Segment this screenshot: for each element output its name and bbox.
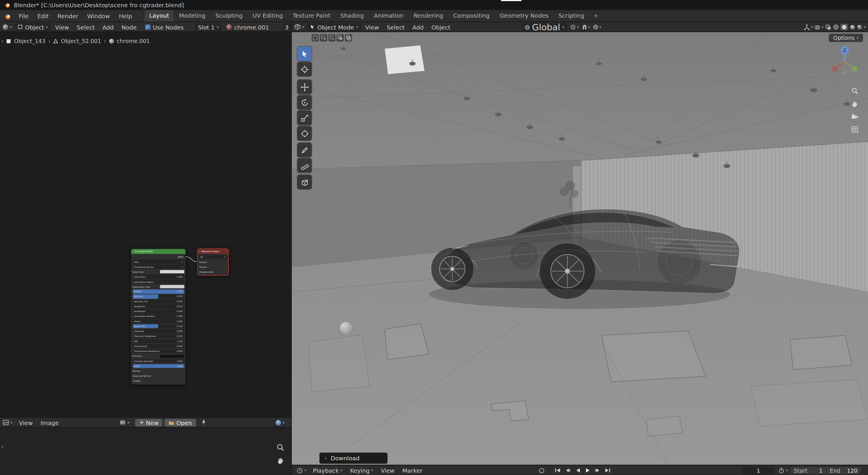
node-row-subsurface[interactable]: Subsurface0.000 [133, 275, 184, 279]
collapse-arrow-icon[interactable]: ▾ [199, 250, 200, 253]
timeline-menu-view[interactable]: View [377, 467, 399, 474]
value-socket[interactable] [130, 345, 132, 347]
node-row-specular-tint[interactable]: Specular Tint0.000 [133, 299, 184, 304]
gizmo-x-axis[interactable] [832, 66, 837, 72]
viewport-scene[interactable] [292, 32, 868, 465]
tool-annotate-button[interactable] [297, 143, 312, 157]
tab-compositing[interactable]: Compositing [448, 10, 495, 21]
surface-input-socket[interactable] [197, 261, 198, 263]
image-menu-image[interactable]: Image [37, 419, 63, 426]
auto-keying-button[interactable] [538, 466, 546, 474]
shading-wireframe-button[interactable] [833, 24, 839, 30]
base-color-swatch[interactable] [160, 270, 184, 273]
viewport-menu-object[interactable]: Object [428, 23, 454, 30]
node-row-clearcoat-roughness[interactable]: Clearcoat Roughness0.030 [133, 334, 184, 338]
pan-hand-icon[interactable] [276, 456, 285, 465]
node-row-subsurface-color[interactable]: Subsurface Color [133, 285, 184, 289]
snap-dropdown[interactable]: ▾ [582, 24, 590, 30]
subsurface-color-swatch[interactable] [160, 285, 184, 288]
node-row-metallic[interactable]: Metallic1.000 [133, 289, 184, 293]
value-socket[interactable] [130, 320, 132, 322]
principled-bsdf-node[interactable]: ▾ Principled BSDF BSDF GGX▾ Christensen-… [131, 249, 186, 385]
tab-scripting[interactable]: Scripting [554, 10, 589, 21]
jump-to-start-button[interactable] [554, 466, 562, 474]
pivot-point-dropdown[interactable]: ▾ [570, 24, 579, 30]
value-socket[interactable] [130, 306, 132, 308]
tool-add-primitive-button[interactable] [297, 175, 312, 189]
tab-rendering[interactable]: Rendering [408, 10, 448, 21]
blender-menu-icon[interactable] [0, 10, 14, 21]
subsurface-method-dropdown[interactable]: Christensen-Burley▾ [133, 265, 184, 269]
viewport-menu-view[interactable]: View [361, 23, 383, 30]
current-frame-field[interactable]: 1 [742, 467, 774, 474]
show-gizmo-dropdown[interactable]: ▾ [804, 24, 813, 30]
tool-rotate-button[interactable] [297, 95, 312, 109]
color-socket[interactable] [130, 286, 132, 287]
node-row-emission[interactable]: Emission [133, 354, 184, 358]
sidebar-toggle-arrow[interactable]: › [1, 443, 3, 450]
tab-texture-paint[interactable]: Texture Paint [288, 10, 335, 21]
value-socket[interactable] [130, 365, 132, 367]
tab-modeling[interactable]: Modeling [174, 10, 210, 21]
play-reverse-button[interactable] [574, 466, 582, 474]
distribution-dropdown[interactable]: GGX▾ [133, 260, 184, 264]
download-panel[interactable]: › Download [319, 453, 388, 464]
timeline-menu-playback[interactable]: Playback▾ [309, 467, 346, 474]
node-row-ior[interactable]: IOR1.450 [133, 339, 184, 343]
bsdf-output-socket[interactable] [184, 256, 186, 258]
node-row-clearcoat-normal[interactable]: Clearcoat Normal [133, 374, 184, 378]
material-output-header[interactable]: ▾ Material Output [198, 249, 228, 254]
tab-geometry-nodes[interactable]: Geometry Nodes [495, 10, 554, 21]
tool-select-box-button[interactable] [297, 46, 312, 61]
use-nodes-checkbox[interactable]: ✓ Use Nodes [141, 23, 188, 30]
value-socket[interactable] [130, 311, 132, 312]
select-mode-intersect-button[interactable] [345, 34, 352, 42]
zoom-icon[interactable] [276, 443, 285, 452]
value-socket[interactable] [130, 295, 132, 297]
shader-type-dropdown[interactable]: Object ▾ [14, 23, 51, 31]
shader-menu-add[interactable]: Add [99, 23, 118, 30]
viewport-pan-button[interactable] [849, 98, 861, 110]
node-row-displacement[interactable]: Displacement [199, 270, 227, 274]
tool-cursor-button[interactable] [297, 62, 312, 76]
proportional-edit-dropdown[interactable]: ▾ [593, 24, 601, 30]
material-slot-dropdown[interactable]: Slot 1 ▾ [194, 23, 222, 31]
value-socket[interactable] [130, 300, 132, 302]
image-editor-canvas[interactable]: › [0, 428, 291, 475]
shader-menu-view[interactable]: View [52, 23, 73, 30]
viewport-menu-select[interactable]: Select [383, 23, 409, 30]
value-socket[interactable] [130, 291, 132, 292]
node-row-transmission-roughness[interactable]: Transmission Roughness0.000 [133, 349, 184, 353]
node-row-base-color[interactable]: Base Color [133, 270, 184, 274]
sidebar-toggle-arrow[interactable]: › [1, 37, 3, 45]
menu-file[interactable]: File [14, 10, 33, 21]
select-mode-invert-button[interactable] [336, 34, 344, 42]
node-row-emission-strength[interactable]: Emission Strength1.000 [133, 359, 184, 363]
jump-to-end-button[interactable] [603, 466, 612, 474]
overlays-dropdown[interactable]: ▾ [814, 24, 824, 30]
transform-orientation-dropdown[interactable]: Global ▾ [521, 23, 568, 31]
shader-menu-node[interactable]: Node [118, 23, 141, 30]
prev-keyframe-button[interactable] [564, 466, 572, 474]
editor-type-selector[interactable]: ▾ [0, 419, 15, 425]
tab-uv-editing[interactable]: UV Editing [247, 10, 288, 21]
node-row-anisotropic[interactable]: Anisotropic0.000 [133, 310, 184, 314]
next-keyframe-button[interactable] [593, 466, 602, 474]
select-mode-subtract-button[interactable] [328, 34, 336, 42]
node-editor-canvas[interactable]: › Object_143 › Object_52.001 › chrome.00… [0, 32, 291, 418]
node-row-clearcoat[interactable]: Clearcoat0.000 [133, 329, 184, 334]
navigation-gizmo[interactable]: Z [826, 43, 861, 78]
node-row-tangent[interactable]: Tangent [133, 379, 184, 383]
principled-node-header[interactable]: ▾ Principled BSDF [131, 249, 186, 254]
tool-measure-button[interactable] [297, 158, 312, 173]
tab-layout[interactable]: Layout [144, 10, 174, 21]
value-socket[interactable] [130, 336, 132, 337]
shading-solid-button[interactable] [840, 24, 848, 30]
image-browse-icon-group[interactable]: ▾ [117, 419, 132, 425]
timeline-menu-keying[interactable]: Keying▾ [346, 467, 377, 474]
node-row-specular[interactable]: Specular0.500 [133, 295, 184, 299]
vector-socket[interactable] [130, 380, 132, 382]
editor-type-selector[interactable]: ▾ [292, 24, 307, 30]
menu-help[interactable]: Help [115, 10, 137, 21]
gizmo-y-axis[interactable] [852, 66, 857, 72]
